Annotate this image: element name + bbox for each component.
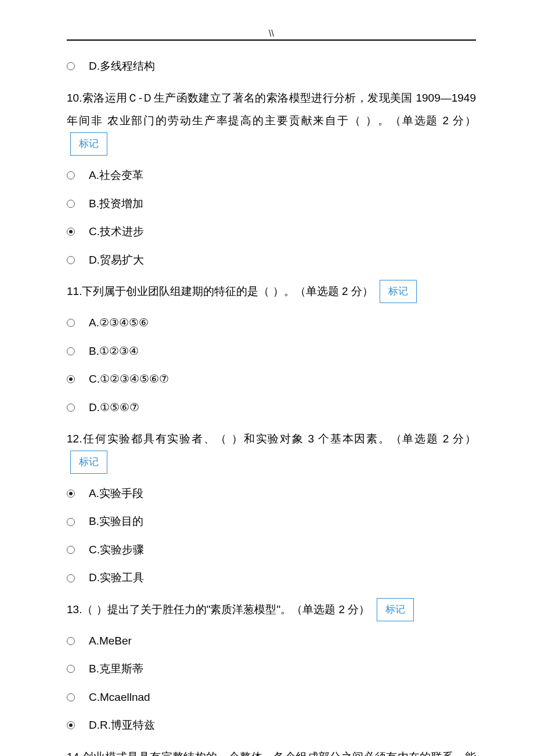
- option-label: D.多线程结构: [89, 58, 155, 75]
- q12-option-C[interactable]: C.实验步骤: [67, 542, 476, 559]
- radio-checked-icon: [67, 228, 75, 236]
- radio-unchecked-icon: [67, 637, 75, 645]
- q10-option-B[interactable]: B.投资增加: [67, 196, 476, 213]
- radio-unchecked-icon: [67, 171, 75, 179]
- q14-stem-text: 14.创业模式是具有完整结构的一个整体，各个组成部分之间必须有内在的联系，能够有…: [67, 751, 476, 756]
- option-label: D.实验工具: [89, 570, 144, 586]
- radio-unchecked-icon: [67, 574, 75, 582]
- radio-checked-icon: [67, 489, 75, 498]
- option-label: B.实验目的: [89, 513, 143, 530]
- q14-stem: 14.创业模式是具有完整结构的一个整体，各个组成部分之间必须有内在的联系，能够有…: [67, 746, 476, 756]
- option-label: A.社会变革: [89, 167, 143, 184]
- q10-stem: 10.索洛运用Ｃ‐Ｄ生产函数建立了著名的索洛模型进行分析，发现美国 1909—1…: [67, 87, 476, 156]
- option-label: D.贸易扩大: [89, 252, 144, 269]
- q12-stem-text: 12.任何实验都具有实验者、（ ）和实验对象 3 个基本因素。（单选题 2 分）: [67, 433, 476, 445]
- radio-unchecked-icon: [67, 665, 75, 673]
- header-slash-mark: \\: [269, 27, 274, 41]
- q12-stem: 12.任何实验都具有实验者、（ ）和实验对象 3 个基本因素。（单选题 2 分）…: [67, 427, 476, 474]
- option-label: D.R.博亚特兹: [89, 717, 155, 734]
- q11-stem-text: 11.下列属于创业团队组建期的特征的是（ ）。（单选题 2 分）: [67, 285, 373, 297]
- option-label: A.②③④⑤⑥: [89, 315, 149, 332]
- q13-option-A[interactable]: A.MeBer: [67, 633, 476, 650]
- q13-option-C[interactable]: C.Mcaellnad: [67, 689, 476, 706]
- q11-stem: 11.下列属于创业团队组建期的特征的是（ ）。（单选题 2 分） 标记: [67, 280, 476, 303]
- q13-option-D[interactable]: D.R.博亚特兹: [67, 717, 476, 734]
- radio-unchecked-icon: [67, 347, 75, 355]
- option-label: C.Mcaellnad: [89, 689, 150, 706]
- q11-option-A[interactable]: A.②③④⑤⑥: [67, 315, 476, 332]
- option-label: D.①⑤⑥⑦: [89, 399, 139, 416]
- radio-unchecked-icon: [67, 693, 75, 701]
- radio-unchecked-icon: [67, 546, 75, 554]
- q12-option-B[interactable]: B.实验目的: [67, 513, 476, 530]
- q10-option-D[interactable]: D.贸易扩大: [67, 252, 476, 269]
- radio-checked-icon: [67, 721, 75, 729]
- radio-unchecked-icon: [67, 404, 75, 412]
- option-label: C.技术进步: [89, 224, 144, 240]
- q13-option-B[interactable]: B.克里斯蒂: [67, 661, 476, 678]
- option-label: B.①②③④: [89, 343, 139, 360]
- q12-option-A[interactable]: A.实验手段: [67, 485, 476, 502]
- mark-button[interactable]: 标记: [70, 451, 107, 474]
- mark-button[interactable]: 标记: [70, 132, 107, 156]
- option-label: C.①②③④⑤⑥⑦: [89, 371, 169, 388]
- q10-option-A[interactable]: A.社会变革: [67, 167, 476, 184]
- option-label: C.实验步骤: [89, 542, 144, 559]
- q11-option-C[interactable]: C.①②③④⑤⑥⑦: [67, 371, 476, 388]
- mark-button[interactable]: 标记: [377, 598, 414, 621]
- radio-unchecked-icon: [67, 62, 75, 70]
- q9-option-D[interactable]: D.多线程结构: [67, 58, 476, 75]
- q10-stem-line2: 农业部门的劳动生产率提高的主要贡献来自于（ ）。（单选题 2 分）: [107, 114, 476, 127]
- q10-option-C[interactable]: C.技术进步: [67, 224, 476, 240]
- page-header: \\: [67, 29, 476, 46]
- mark-button[interactable]: 标记: [380, 280, 417, 303]
- radio-checked-icon: [67, 375, 75, 383]
- q11-option-B[interactable]: B.①②③④: [67, 343, 476, 360]
- radio-unchecked-icon: [67, 200, 75, 208]
- q11-option-D[interactable]: D.①⑤⑥⑦: [67, 399, 476, 416]
- q13-stem: 13.（ ）提出了关于胜任力的"素质洋葱模型"。（单选题 2 分） 标记: [67, 598, 476, 621]
- radio-unchecked-icon: [67, 518, 75, 526]
- option-label: A.实验手段: [89, 485, 143, 502]
- q12-option-D[interactable]: D.实验工具: [67, 570, 476, 586]
- radio-unchecked-icon: [67, 256, 75, 264]
- option-label: B.投资增加: [89, 196, 143, 213]
- option-label: B.克里斯蒂: [89, 661, 143, 678]
- q13-stem-text: 13.（ ）提出了关于胜任力的"素质洋葱模型"。（单选题 2 分）: [67, 603, 370, 615]
- header-underline: [67, 39, 476, 41]
- radio-unchecked-icon: [67, 319, 75, 327]
- option-label: A.MeBer: [89, 633, 132, 650]
